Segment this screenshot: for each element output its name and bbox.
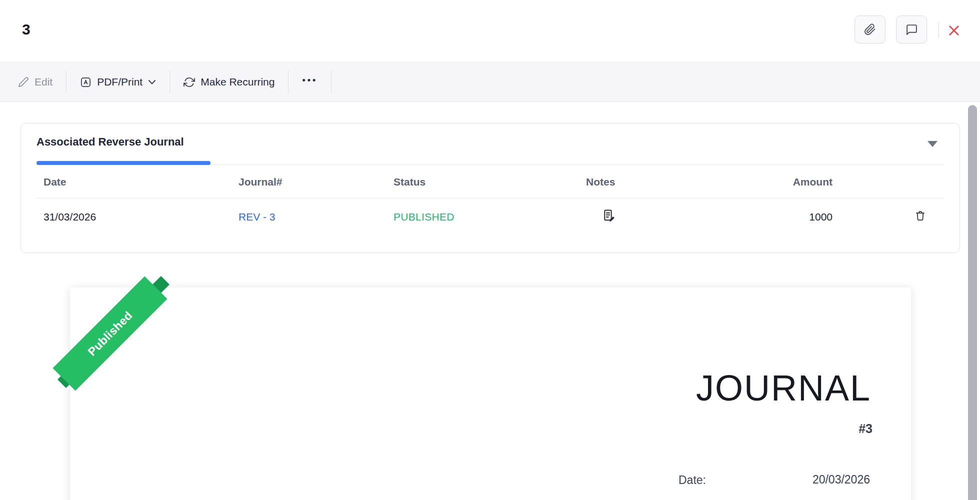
column-header-date: Date xyxy=(36,176,232,188)
column-header-journal: Journal# xyxy=(232,176,386,188)
comment-bubble-icon xyxy=(906,24,918,36)
document-date-value: 20/03/2026 xyxy=(812,473,870,486)
edit-label: Edit xyxy=(34,76,52,88)
paperclip-icon xyxy=(864,24,876,36)
table-row: 31/03/2026 REV - 3 PUBLISHED xyxy=(36,198,944,235)
document-date-label: Date: xyxy=(678,474,706,487)
notes-button[interactable] xyxy=(602,208,616,222)
more-actions-button[interactable]: ••• xyxy=(302,75,318,90)
journal-document-preview: Published JOURNAL #3 Date: 20/03/2026 xyxy=(70,288,911,500)
card-title: Associated Reverse Journal xyxy=(36,136,184,148)
pdf-print-button[interactable]: PDF/Print xyxy=(80,76,156,88)
close-x-icon xyxy=(947,24,961,38)
delete-row-button[interactable] xyxy=(914,210,926,222)
column-header-amount: Amount xyxy=(694,176,832,188)
ribbon-label: Published xyxy=(85,308,135,358)
associated-reverse-journal-card: Associated Reverse Journal Date Journal#… xyxy=(20,123,960,253)
divider xyxy=(938,21,939,38)
ellipsis-icon: ••• xyxy=(302,75,318,90)
status-badge: PUBLISHED xyxy=(386,211,579,223)
pdf-print-label: PDF/Print xyxy=(97,76,142,88)
divider xyxy=(331,70,332,94)
active-tab-indicator xyxy=(36,161,210,165)
page-header: 3 xyxy=(0,0,980,62)
divider xyxy=(170,70,170,94)
column-header-notes: Notes xyxy=(579,176,694,188)
note-edit-icon xyxy=(602,208,616,222)
close-button[interactable] xyxy=(946,22,962,39)
row-date: 31/03/2026 xyxy=(36,211,232,223)
recurring-icon xyxy=(184,76,195,88)
trash-icon xyxy=(914,210,926,222)
pencil-icon xyxy=(18,76,29,88)
associated-journal-table: Date Journal# Status Notes Amount 31/03/… xyxy=(36,166,944,235)
comments-button[interactable] xyxy=(896,16,927,44)
make-recurring-label: Make Recurring xyxy=(200,76,274,88)
make-recurring-button[interactable]: Make Recurring xyxy=(184,76,274,88)
journal-detail-screen: 3 xyxy=(0,0,980,500)
action-toolbar: Edit PDF/Print xyxy=(0,62,980,102)
row-amount: 1000 xyxy=(694,211,832,223)
divider xyxy=(288,70,288,94)
vertical-scrollbar-thumb[interactable] xyxy=(968,105,977,500)
document-title: JOURNAL xyxy=(696,368,871,408)
page-title: 3 xyxy=(22,21,30,38)
collapse-caret-icon[interactable] xyxy=(928,141,938,147)
published-ribbon: Published xyxy=(52,276,167,390)
document-number: #3 xyxy=(858,422,872,436)
column-header-status: Status xyxy=(386,176,579,188)
chevron-down-icon xyxy=(148,80,156,85)
divider xyxy=(66,70,66,94)
journal-number-link[interactable]: REV - 3 xyxy=(238,211,276,222)
attachment-button[interactable] xyxy=(854,16,886,44)
edit-button[interactable]: Edit xyxy=(18,76,52,88)
table-header-row: Date Journal# Status Notes Amount xyxy=(36,166,944,198)
pdf-file-icon xyxy=(80,76,92,88)
